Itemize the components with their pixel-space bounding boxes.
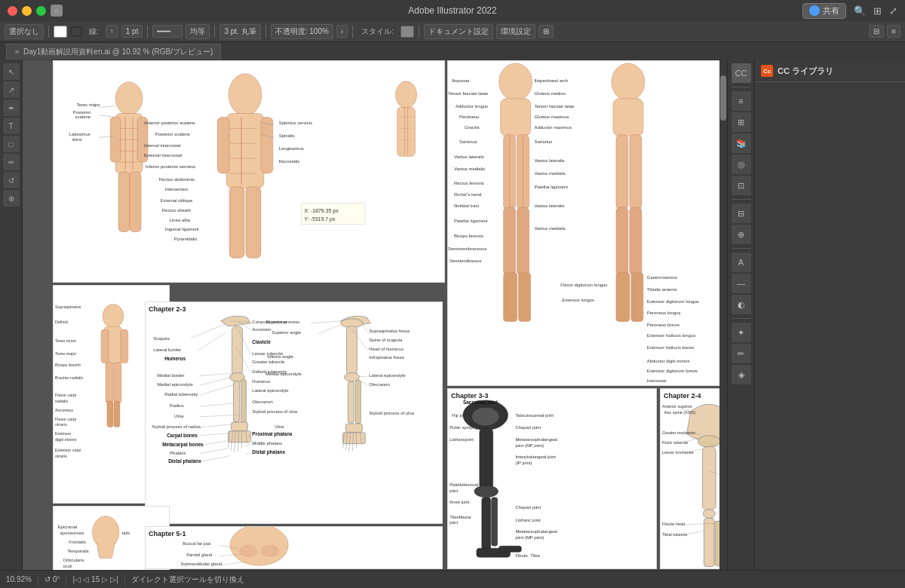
svg-text:Richer's band: Richer's band: [454, 192, 481, 197]
svg-text:Epicranial: Epicranial: [58, 525, 78, 529]
svg-text:Anterior superior: Anterior superior: [662, 404, 692, 409]
page-next-btn[interactable]: ▷: [102, 575, 108, 583]
panel-chapter23: Chapter 2-3: [145, 302, 443, 524]
env-setup[interactable]: 環境設定: [496, 24, 535, 39]
opacity-arrow[interactable]: ›: [336, 25, 348, 38]
page-prev-btn[interactable]: |◁: [72, 575, 81, 583]
tab-close-icon[interactable]: ✕: [14, 48, 20, 56]
svg-rect-213: [630, 135, 642, 210]
svg-rect-146: [355, 380, 360, 424]
minimize-button[interactable]: [22, 6, 32, 16]
chapter24-label: Chapter 2-4: [664, 392, 701, 400]
svg-text:Pyramidalis: Pyramidalis: [174, 237, 198, 241]
rotation-value: 0°: [53, 575, 60, 583]
appearance-btn[interactable]: ◎: [732, 155, 751, 174]
libraries-btn[interactable]: 📚: [732, 133, 751, 153]
close-button[interactable]: [8, 6, 17, 16]
svg-text:Iliopsoas: Iliopsoas: [452, 78, 470, 83]
doc-setup[interactable]: ドキュメント設定: [424, 24, 493, 39]
selection-tool[interactable]: 選択なし: [5, 24, 44, 39]
stroke-btn[interactable]: —: [732, 274, 751, 293]
brush-tool[interactable]: ✏: [3, 154, 20, 170]
stroke-style-uniform[interactable]: 均等: [186, 24, 210, 39]
type-btn[interactable]: A: [732, 253, 751, 272]
menu-btn[interactable]: ≡: [887, 25, 900, 38]
stroke-swatch[interactable]: [70, 26, 82, 37]
svg-text:Teres major: Teres major: [55, 351, 76, 356]
home-button[interactable]: ⌂: [51, 5, 63, 17]
type-tool[interactable]: T: [3, 118, 20, 134]
page-controls[interactable]: |◁ ◁ 15 ▷ ▷|: [72, 575, 118, 583]
left-toolbar: ↖ ↗ ✒ T □ ✏ ↺ ⊕: [0, 60, 23, 570]
rotate-tool[interactable]: ↺: [3, 172, 20, 188]
svg-text:ulnaris: ulnaris: [55, 454, 67, 458]
vertical-scrollbar[interactable]: [719, 60, 727, 570]
svg-text:Sacroiliac joint: Sacroiliac joint: [463, 400, 499, 406]
panel-toggle[interactable]: ⊟: [869, 25, 884, 38]
scrollbar-thumb[interactable]: [720, 75, 726, 121]
svg-point-1: [115, 82, 143, 115]
svg-text:Adductor longus: Adductor longus: [456, 104, 488, 109]
svg-text:Pubic symphysis: Pubic symphysis: [449, 425, 483, 430]
properties-btn[interactable]: ⊞: [732, 112, 751, 132]
cc-library-header: Cc CC ライブラリ: [755, 60, 905, 82]
svg-text:Gracilis: Gracilis: [465, 125, 480, 130]
page-end-btn[interactable]: ▷|: [110, 575, 118, 583]
canvas[interactable]: Teres major Posterior scalene Latissimus…: [23, 60, 727, 570]
grid-icon[interactable]: ⊞: [873, 5, 882, 17]
hint-text: ダイレクト選択ツールを切り換え: [131, 574, 244, 585]
pathfinder-btn[interactable]: ⊕: [732, 225, 751, 244]
maximize-button[interactable]: [36, 6, 46, 16]
svg-text:Metatarsophalangeal: Metatarsophalangeal: [515, 437, 557, 442]
page-back-btn[interactable]: ◁: [83, 575, 89, 583]
opacity-label[interactable]: 不透明度: 100%: [271, 24, 333, 39]
gradient-btn[interactable]: ◐: [732, 295, 751, 314]
svg-text:Vastus lateralis: Vastus lateralis: [534, 204, 564, 208]
direct-select-tool[interactable]: ↗: [3, 81, 20, 98]
svg-text:Lesser trochanter: Lesser trochanter: [662, 450, 694, 455]
graphic-styles-btn[interactable]: ◈: [732, 365, 751, 384]
search-icon[interactable]: 🔍: [854, 5, 866, 17]
svg-rect-66: [114, 363, 121, 403]
stroke-weight[interactable]: 1 pt: [121, 25, 143, 38]
svg-text:Inferior angle: Inferior angle: [267, 354, 293, 359]
svg-rect-23: [217, 117, 229, 173]
align-btn[interactable]: ⊟: [732, 204, 751, 223]
cc-library-btn[interactable]: CC: [732, 63, 751, 83]
svg-rect-216: [616, 273, 630, 322]
brush-lib-btn[interactable]: ✏: [732, 344, 751, 363]
stroke-style-line[interactable]: ━━━: [152, 25, 183, 38]
layers-btn[interactable]: ≡: [732, 91, 751, 111]
svg-rect-264: [704, 518, 714, 566]
svg-text:Inferior posterior serratus: Inferior posterior serratus: [146, 164, 195, 169]
fill-swatch[interactable]: [54, 26, 67, 38]
expand-icon[interactable]: ⤢: [889, 5, 897, 17]
share-button[interactable]: 共有: [802, 3, 846, 19]
sep5: [352, 26, 353, 38]
zoom-tool[interactable]: ⊕: [3, 190, 20, 207]
document-tab[interactable]: ✕ Day1動画解説用資料en.ai @ 10.92 % (RGB/プレビュー): [6, 44, 221, 60]
svg-text:Styloid process of ulna: Styloid process of ulna: [369, 411, 414, 415]
svg-text:(IP joint): (IP joint): [515, 461, 532, 465]
torso-svg: Teres major Posterior scalene Latissimus…: [54, 61, 444, 282]
svg-text:Fibula: Fibula: [515, 553, 528, 558]
svg-text:Spine of scapula: Spine of scapula: [369, 338, 403, 342]
stroke-weight-up[interactable]: ↑: [106, 25, 118, 38]
extra-btn[interactable]: ⊞: [538, 25, 554, 38]
shape-tool[interactable]: □: [3, 136, 20, 152]
stroke-size[interactable]: 3 pt. 丸筆: [219, 24, 260, 39]
svg-rect-54: [397, 108, 416, 157]
svg-rect-25: [229, 187, 244, 258]
symbols-btn[interactable]: ✦: [732, 323, 751, 342]
rt-divider2: [732, 199, 751, 200]
svg-point-21: [229, 74, 262, 116]
select-tool[interactable]: ↖: [3, 63, 20, 80]
svg-text:Splenius cervicis: Splenius cervicis: [279, 121, 312, 125]
chapter23-content: Coracoid process Acromion Clavicle Lesse…: [146, 302, 442, 523]
transform-btn[interactable]: ⊡: [732, 176, 751, 195]
panel-chapter33: Chapter 3-3: [447, 388, 657, 569]
svg-text:Patellar ligament: Patellar ligament: [534, 185, 568, 189]
pen-tool[interactable]: ✒: [3, 100, 20, 116]
style-swatch[interactable]: [400, 26, 414, 38]
svg-rect-233: [480, 429, 493, 488]
